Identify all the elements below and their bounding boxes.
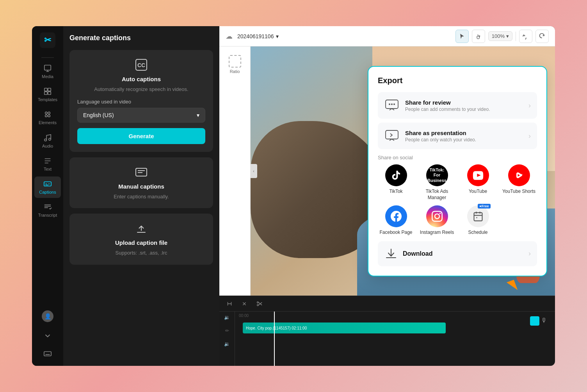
download-icon (384, 247, 398, 261)
sidebar-media-label: Media (42, 74, 53, 79)
facebook-label: Facebook Page (379, 230, 412, 236)
share-presentation-title: Share as presentation (405, 130, 528, 136)
delete-clip-button[interactable] (239, 298, 250, 309)
sidebar-item-text[interactable]: Text (34, 153, 61, 175)
share-presentation-icon (384, 128, 400, 144)
sidebar-item-elements[interactable]: Elements (34, 107, 61, 128)
split-tool-button[interactable] (224, 298, 235, 309)
clip-time: 02:11:00 (292, 326, 307, 330)
svg-point-8 (48, 112, 50, 114)
sidebar-item-expand[interactable] (34, 328, 61, 343)
project-name-text: 202406191106 (237, 33, 274, 39)
svg-rect-14 (44, 352, 51, 356)
language-value: English (US) (83, 112, 114, 118)
youtube-shorts-icon (508, 164, 530, 186)
app-window: ✂ Media Templates Elements Audio Text Ca… (32, 26, 555, 366)
export-title: Export (378, 76, 537, 85)
timeline-toolbar (219, 296, 555, 312)
collapse-panel-button[interactable]: ‹ (251, 164, 257, 178)
project-name[interactable]: 202406191106 ▾ (237, 33, 279, 39)
svg-rect-4 (48, 88, 51, 91)
youtube-icon (467, 164, 489, 186)
manual-captions-title: Manual captions (77, 183, 205, 190)
instagram-label: Instagram Reels (420, 230, 454, 236)
pointer-tool-button[interactable] (455, 30, 469, 43)
sidebar-transcript-label: Transcript (38, 213, 57, 218)
social-item-tiktok[interactable]: TikTok (378, 164, 414, 201)
svg-point-11 (44, 139, 47, 141)
zoom-level: 100% (492, 33, 505, 39)
share-review-icon (384, 98, 400, 113)
canvas-area: Ratio ‹ Export (219, 46, 555, 296)
tiktok-icon (385, 164, 407, 186)
sidebar: ✂ Media Templates Elements Audio Text Ca… (32, 26, 63, 366)
share-as-presentation-option[interactable]: Share as presentation People can only wa… (378, 123, 537, 149)
sidebar-captions-label: Captions (39, 190, 56, 195)
audio-clip[interactable]: Hope. City pop.(1145157) 02:11:00 (243, 323, 446, 333)
svg-text:✂: ✂ (44, 35, 52, 45)
ratio-button[interactable]: Ratio (223, 53, 247, 76)
sidebar-item-audio[interactable]: Audio (34, 130, 61, 152)
trim-tool-button[interactable] (254, 298, 265, 309)
share-presentation-text: Share as presentation People can only wa… (405, 130, 528, 143)
upload-caption-title: Upload caption file (77, 239, 205, 246)
redo-button[interactable] (535, 30, 549, 43)
svg-rect-5 (44, 92, 47, 94)
free-badge: ●Free (478, 204, 490, 208)
social-item-youtube-shorts[interactable]: YouTube Shorts (501, 164, 537, 201)
sidebar-item-user[interactable]: 👤 (34, 307, 61, 325)
volume-icon: 🔉 (224, 315, 230, 320)
sidebar-item-templates[interactable]: Templates (34, 84, 61, 105)
sidebar-item-transcript[interactable]: Transcript (34, 200, 61, 221)
svg-rect-3 (44, 88, 47, 91)
social-item-schedule[interactable]: ●Free Schedule (460, 205, 496, 236)
export-panel: Export Share for review (368, 66, 547, 276)
instagram-icon (426, 205, 448, 227)
zoom-control[interactable]: 100% ▾ (488, 31, 512, 41)
toolbar-group: 100% ▾ (455, 30, 549, 43)
zoom-dropdown-icon: ▾ (506, 33, 509, 39)
sidebar-text-label: Text (44, 167, 52, 172)
pen-icon: ✏ (225, 328, 229, 333)
schedule-icon-wrap: ●Free (467, 205, 489, 227)
sidebar-item-media[interactable]: Media (34, 61, 61, 82)
social-item-instagram[interactable]: Instagram Reels (419, 205, 455, 236)
share-presentation-desc: People can only watch your video. (405, 137, 528, 143)
hand-tool-button[interactable] (472, 30, 485, 43)
svg-text:CC: CC (137, 62, 145, 68)
tiktok-ads-label: TikTok Ads Manager (419, 189, 455, 201)
undo-button[interactable] (519, 30, 532, 43)
sidebar-templates-label: Templates (38, 97, 57, 102)
sidebar-item-captions[interactable]: Captions (34, 176, 61, 198)
timeline-playhead (274, 312, 275, 366)
svg-rect-2 (44, 65, 51, 70)
svg-rect-13 (44, 182, 51, 186)
language-select[interactable]: English (US) ▾ (77, 108, 205, 123)
share-on-social-label: Share on social (378, 155, 537, 160)
social-item-youtube[interactable]: YouTube (460, 164, 496, 201)
social-item-facebook[interactable]: Facebook Page (378, 205, 414, 236)
ratio-box-icon (229, 55, 241, 68)
ratio-panel: Ratio (219, 46, 251, 296)
toolbar-divider (516, 32, 516, 41)
tiktok-ads-icon: TikTok:For Business (426, 164, 448, 186)
upload-caption-icon (77, 221, 205, 235)
clip-name: Hope. City pop.(1145157) (246, 326, 291, 330)
timeline-content: 🔉 ✏ 🔉 00:00 Hope. City pop.(1145157) 02:… (219, 312, 555, 366)
download-option[interactable]: Download › (378, 241, 537, 266)
svg-point-24 (257, 301, 259, 303)
share-for-review-option[interactable]: Share for review People can add comments… (378, 92, 537, 119)
svg-point-25 (257, 304, 259, 306)
social-item-tiktok-ads[interactable]: TikTok:For Business TikTok Ads Manager (419, 164, 455, 201)
ratio-label: Ratio (230, 69, 240, 74)
record-button[interactable] (530, 316, 539, 326)
app-logo[interactable]: ✂ (40, 32, 55, 48)
generate-button[interactable]: Generate (77, 128, 205, 144)
share-review-text: Share for review People can add comments… (405, 99, 528, 112)
sidebar-item-keyboard[interactable] (34, 346, 61, 361)
timeline-track-area: 00:00 Hope. City pop.(1145157) 02:11:00 … (235, 312, 555, 366)
sidebar-audio-label: Audio (42, 144, 53, 149)
share-presentation-arrow-icon: › (528, 132, 531, 140)
download-label: Download (403, 250, 528, 257)
auto-captions-title: Auto captions (77, 76, 205, 82)
